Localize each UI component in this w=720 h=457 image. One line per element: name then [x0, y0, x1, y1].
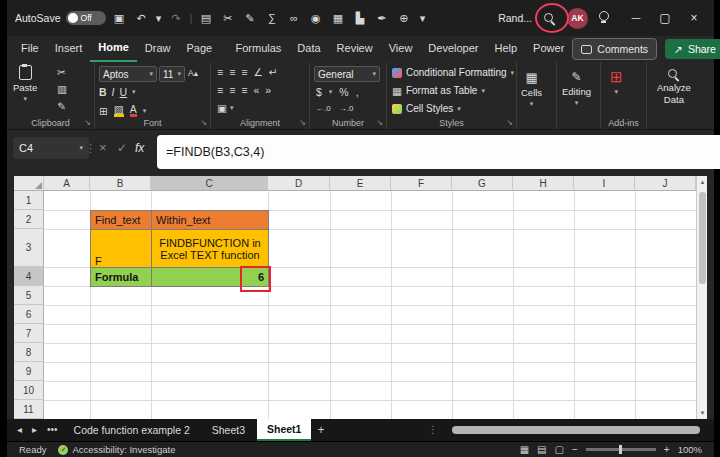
percent-icon[interactable]: %: [339, 86, 348, 98]
more-sheets-button[interactable]: •••: [43, 419, 62, 441]
qat-more-icon[interactable]: ▾: [417, 12, 427, 25]
clipboard-icon[interactable]: ▤: [197, 12, 214, 25]
wrap-text-icon[interactable]: ↵: [269, 66, 278, 78]
pen-icon[interactable]: ✒: [373, 12, 390, 25]
cells-button[interactable]: ▦ Cells ▾: [521, 70, 542, 108]
decrease-indent-icon[interactable]: «: [253, 84, 259, 96]
orientation-icon[interactable]: ∠: [253, 66, 262, 78]
format-as-table-button[interactable]: ▦ Format as Table ▾: [387, 83, 515, 98]
column-header-h[interactable]: H: [513, 176, 574, 191]
alignment-dialog-launcher[interactable]: ↘: [299, 118, 306, 127]
comments-button[interactable]: Comments: [572, 38, 657, 60]
chart-icon[interactable]: ▙: [351, 12, 368, 25]
tab-insert[interactable]: Insert: [47, 36, 91, 62]
select-all-corner[interactable]: [14, 176, 44, 191]
align-middle-icon[interactable]: ≡: [229, 66, 235, 78]
column-header-f[interactable]: F: [391, 176, 452, 191]
vertical-scrollbar[interactable]: ▴ ▾: [696, 176, 707, 419]
row-header-1[interactable]: 1: [14, 191, 44, 210]
row-header-11[interactable]: 11: [14, 400, 44, 419]
copy-button[interactable]: ▥: [57, 83, 67, 95]
column-header-g[interactable]: G: [452, 176, 513, 191]
analyze-data-button[interactable]: Analyze Data: [657, 68, 691, 105]
styles-dialog-launcher[interactable]: ↘: [506, 118, 513, 127]
merge-center-icon[interactable]: ▣: [217, 102, 227, 114]
merge-chevron-icon[interactable]: ▾: [230, 104, 234, 112]
row-header-5[interactable]: 5: [14, 286, 44, 305]
people-icon[interactable]: ⊕: [395, 12, 412, 25]
column-header-j[interactable]: J: [635, 176, 696, 191]
page-layout-view-icon[interactable]: ▤: [537, 444, 546, 455]
column-header-e[interactable]: E: [330, 176, 391, 191]
align-right-icon[interactable]: ≡: [241, 84, 247, 96]
font-dialog-launcher[interactable]: ↘: [200, 118, 207, 127]
column-header-a[interactable]: A: [44, 176, 90, 191]
scroll-down-icon[interactable]: ▾: [697, 409, 707, 417]
row-header-6[interactable]: 6: [14, 305, 44, 324]
number-format-combo[interactable]: General ▾: [314, 66, 380, 82]
tab-help[interactable]: Help: [486, 36, 525, 62]
increase-indent-icon[interactable]: »: [265, 84, 271, 96]
redo-icon[interactable]: ↷: [168, 12, 185, 25]
currency-chevron-icon[interactable]: ▾: [329, 88, 333, 96]
row-header-8[interactable]: 8: [14, 343, 44, 362]
underline-button[interactable]: U: [120, 86, 128, 98]
tab-home[interactable]: Home: [90, 36, 137, 62]
tab-review[interactable]: Review: [329, 36, 381, 62]
link-icon[interactable]: ∞: [285, 12, 302, 24]
equation-icon[interactable]: ∑: [263, 12, 280, 24]
row-header-3[interactable]: 3: [14, 229, 44, 267]
clipboard-dialog-launcher[interactable]: ↘: [84, 118, 91, 127]
tab-file[interactable]: File: [13, 36, 47, 62]
minimize-button[interactable]: ─: [624, 11, 648, 25]
row-header-4[interactable]: 4: [14, 267, 44, 286]
table-icon[interactable]: ▦: [329, 12, 346, 25]
tab-page-layout[interactable]: Page Layout: [178, 36, 227, 62]
increase-decimal-icon[interactable]: ←.0: [316, 104, 331, 113]
confirm-entry-icon[interactable]: ✓: [117, 141, 127, 155]
undo-icon[interactable]: ↶: [133, 12, 150, 25]
row-header-9[interactable]: 9: [14, 362, 44, 381]
cut-icon[interactable]: ✂: [219, 12, 236, 25]
sheet-tab-sheet3[interactable]: Sheet3: [202, 419, 255, 441]
cell-b2[interactable]: Find_text: [90, 210, 152, 230]
share-button[interactable]: ↗ Share ▾: [665, 39, 720, 59]
underline-chevron-icon[interactable]: ▾: [132, 88, 136, 96]
paste-button[interactable]: Paste ▾: [13, 65, 37, 103]
zoom-slider-thumb[interactable]: [619, 445, 622, 454]
cut-button[interactable]: ✂: [57, 66, 66, 78]
page-break-view-icon[interactable]: ▢: [555, 444, 564, 455]
column-header-d[interactable]: D: [268, 176, 330, 191]
row-header-10[interactable]: 10: [14, 381, 44, 400]
cell-styles-button[interactable]: Cell Styles ▾: [387, 101, 515, 116]
tab-data[interactable]: Data: [289, 36, 328, 62]
align-bottom-icon[interactable]: ≡: [241, 66, 247, 78]
avatar[interactable]: AK: [567, 8, 588, 29]
scroll-up-icon[interactable]: ▴: [697, 178, 707, 186]
sheet-tab-sheet1[interactable]: Sheet1: [257, 419, 311, 441]
bold-button[interactable]: B: [99, 86, 107, 98]
formula-input[interactable]: =FINDB(B3,C3,4): [157, 135, 720, 169]
align-top-icon[interactable]: ≡: [217, 66, 223, 78]
column-header-c[interactable]: C: [151, 176, 268, 191]
autosave-toggle[interactable]: Off: [66, 11, 106, 25]
currency-icon[interactable]: $: [316, 86, 322, 98]
fill-color-button[interactable]: ▨: [114, 104, 124, 117]
cancel-entry-icon[interactable]: ×: [99, 140, 107, 155]
next-sheet-icon[interactable]: ▸: [28, 419, 41, 441]
normal-view-icon[interactable]: ▦: [520, 444, 529, 455]
row-header-2[interactable]: 2: [14, 210, 44, 229]
font-color-chevron-icon[interactable]: ▾: [143, 107, 147, 115]
tab-developer[interactable]: Developer: [420, 36, 486, 62]
zoom-in-button[interactable]: +: [664, 444, 670, 455]
accessibility-status[interactable]: ✓ Accessibility: Investigate: [58, 444, 175, 455]
cell-c4[interactable]: 6: [151, 267, 269, 287]
align-left-icon[interactable]: ≡: [217, 84, 223, 96]
italic-button[interactable]: I: [112, 86, 115, 98]
font-color-button[interactable]: A: [130, 104, 137, 117]
column-header-b[interactable]: B: [90, 176, 151, 191]
cell-b3[interactable]: F: [90, 229, 152, 268]
tabbar-kebab-icon[interactable]: ⋮: [424, 419, 442, 441]
row-header-7[interactable]: 7: [14, 324, 44, 343]
horizontal-scrollbar[interactable]: [452, 426, 700, 434]
